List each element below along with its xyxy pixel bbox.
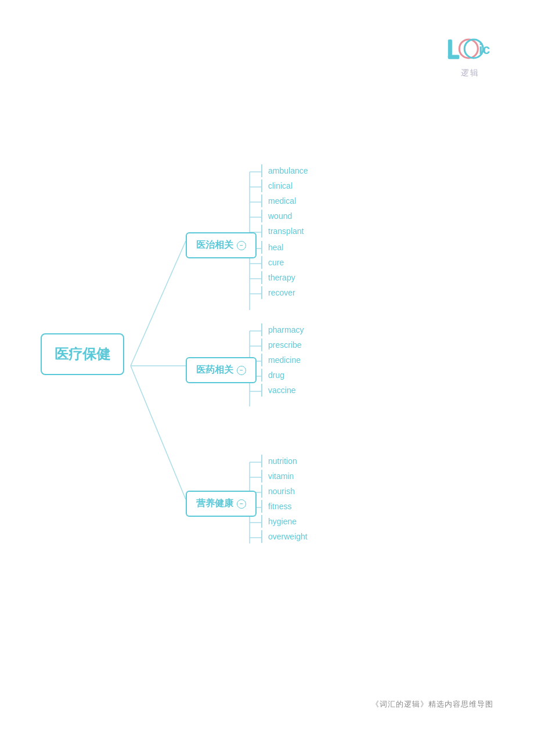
leaf-b3-1: vitamin	[261, 470, 300, 483]
svg-point-2	[459, 39, 478, 58]
leaf-b1-5: heal	[261, 241, 289, 254]
leaf-b2-3: drug	[261, 369, 290, 381]
footer-text: 《词汇的逻辑》精选内容思维导图	[371, 699, 493, 710]
svg-text:ic: ic	[479, 42, 490, 57]
leaf-b2-4: vaccine	[261, 384, 301, 397]
leaf-b2-1: prescribe	[261, 339, 308, 351]
leaf-b3-5: overweight	[261, 530, 313, 543]
branch-node-2[interactable]: 医药相关 −	[186, 357, 257, 383]
branch-label-1: 医治相关	[196, 239, 233, 251]
logo-icon: ic	[447, 35, 493, 67]
collapse-icon-1[interactable]: −	[237, 241, 246, 250]
leaf-b2-2: medicine	[261, 354, 306, 366]
leaf-b3-2: nourish	[261, 485, 301, 498]
leaf-b3-0: nutrition	[261, 455, 303, 467]
leaf-b1-4: transplant	[261, 225, 309, 237]
collapse-icon-3[interactable]: −	[237, 499, 246, 509]
root-node: 医疗保健	[41, 333, 124, 375]
branch-node-3[interactable]: 营养健康 −	[186, 491, 257, 517]
mindmap: 医疗保健 医治相关 − ambulance clinical medical w…	[23, 116, 511, 615]
leaf-b1-0: ambulance	[261, 164, 314, 177]
leaf-b1-6: cure	[261, 256, 290, 269]
svg-line-5	[131, 241, 186, 366]
leaf-b1-3: wound	[261, 210, 298, 222]
collapse-icon-2[interactable]: −	[237, 366, 246, 375]
logo-text: 逻辑	[461, 68, 479, 78]
leaf-b1-2: medical	[261, 195, 302, 207]
leaf-b1-8: recover	[261, 286, 301, 299]
svg-rect-1	[448, 55, 460, 59]
leaf-b2-0: pharmacy	[261, 323, 309, 336]
svg-line-7	[131, 366, 186, 499]
branch-node-1[interactable]: 医治相关 −	[186, 232, 257, 258]
leaf-b1-1: clinical	[261, 179, 298, 192]
branch-label-3: 营养健康	[196, 498, 233, 510]
leaf-b1-7: therapy	[261, 271, 301, 284]
leaf-b3-4: hygiene	[261, 515, 302, 528]
branch-label-2: 医药相关	[196, 364, 233, 376]
logo-area: ic 逻辑	[447, 35, 493, 78]
leaf-b3-3: fitness	[261, 500, 297, 513]
